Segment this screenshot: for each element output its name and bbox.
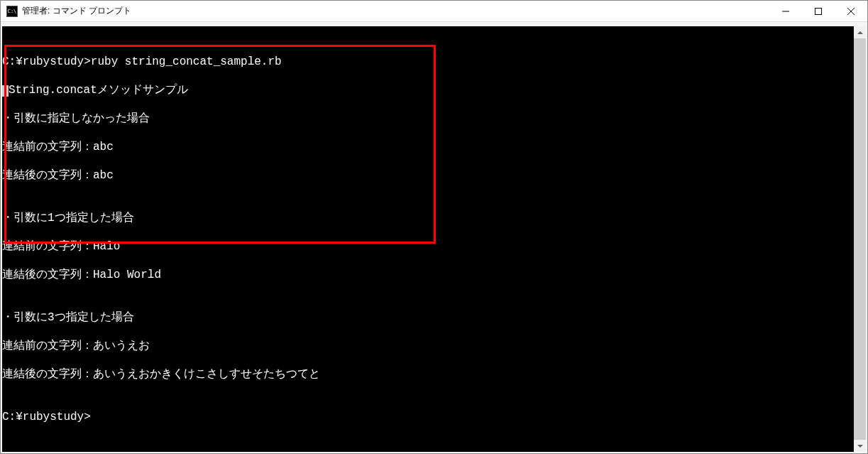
scroll-up-button[interactable] bbox=[854, 26, 866, 38]
output-line: 連結前の文字列：Halo bbox=[2, 239, 866, 254]
command-prompt-window: C:\ 管理者: コマンド プロンプト C:¥rubystudy>ruby st… bbox=[0, 0, 868, 454]
chevron-up-icon bbox=[857, 31, 863, 34]
window-title: 管理者: コマンド プロンプト bbox=[22, 5, 769, 17]
terminal-content: C:¥rubystudy>ruby string_concat_sample.r… bbox=[2, 26, 866, 453]
scrollbar[interactable] bbox=[854, 26, 866, 452]
output-line: C:¥rubystudy> bbox=[2, 410, 866, 424]
output-line: ・引数に1つ指定した場合 bbox=[2, 211, 866, 225]
output-line: 連結後の文字列：Halo World bbox=[2, 268, 866, 282]
cmd-icon: C:\ bbox=[6, 6, 18, 17]
close-button[interactable] bbox=[835, 1, 867, 21]
output-line: 連結前の文字列：abc bbox=[2, 140, 866, 154]
minimize-button[interactable] bbox=[769, 1, 802, 21]
scroll-thumb[interactable] bbox=[854, 38, 866, 440]
output-line: C:¥rubystudy>ruby string_concat_sample.r… bbox=[2, 55, 866, 69]
maximize-button[interactable] bbox=[802, 1, 835, 21]
svg-rect-1 bbox=[815, 8, 822, 14]
scroll-track[interactable] bbox=[854, 38, 866, 440]
minimize-icon bbox=[782, 8, 789, 15]
cursor-block bbox=[2, 85, 9, 97]
output-line: 連結前の文字列：あいうえお bbox=[2, 339, 866, 353]
terminal-area[interactable]: C:¥rubystudy>ruby string_concat_sample.r… bbox=[1, 22, 867, 453]
close-icon bbox=[847, 8, 855, 15]
output-line: ・引数に3つ指定した場合 bbox=[2, 310, 866, 325]
scroll-down-button[interactable] bbox=[854, 440, 866, 452]
chevron-down-icon bbox=[857, 445, 863, 448]
title-bar[interactable]: C:\ 管理者: コマンド プロンプト bbox=[1, 1, 867, 22]
output-line: ・引数に指定しなかった場合 bbox=[2, 112, 866, 126]
output-text: String.concatメソッドサンプル bbox=[9, 84, 188, 97]
window-controls bbox=[769, 1, 867, 21]
output-line: String.concatメソッドサンプル bbox=[2, 83, 866, 97]
maximize-icon bbox=[815, 8, 822, 15]
output-line: 連結後の文字列：abc bbox=[2, 168, 866, 183]
output-line: 連結後の文字列：あいうえおかきくけこさしすせそたちつてと bbox=[2, 367, 866, 382]
